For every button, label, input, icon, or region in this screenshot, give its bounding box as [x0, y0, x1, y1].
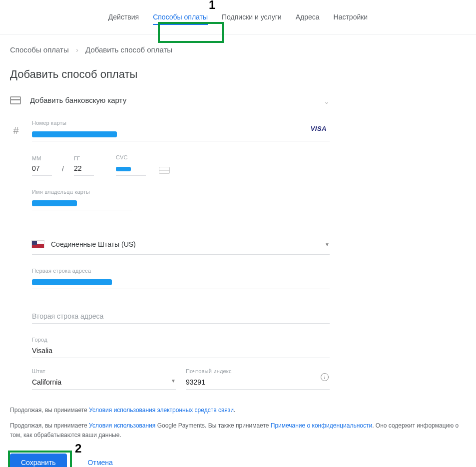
postal-label: Почтовый индекс [186, 368, 330, 374]
state-select[interactable]: California ▼ [32, 376, 176, 390]
nav-settings[interactable]: Настройки [334, 11, 368, 25]
top-nav: Действия Способы оплаты Подписки и услуг… [0, 0, 476, 34]
nav-payment-methods[interactable]: Способы оплаты [153, 11, 208, 25]
date-separator: / [62, 165, 64, 176]
card-number-label: Номер карты [32, 120, 330, 126]
cvc-label: CVC [116, 154, 146, 160]
us-flag-icon [32, 241, 44, 248]
save-button[interactable]: Сохранить [10, 454, 67, 467]
card-icon [10, 96, 21, 104]
terms-link-1[interactable]: Условия использования электронных средст… [89, 407, 234, 414]
card-number-input[interactable] [32, 128, 330, 141]
postal-input[interactable]: 93291 [186, 376, 330, 390]
cvc-help-icon [159, 167, 170, 174]
nav-actions[interactable]: Действия [108, 11, 139, 25]
chevron-down-icon: ⌄ [324, 97, 330, 103]
annotation-2: 2 [75, 442, 81, 456]
info-icon[interactable]: i [321, 373, 329, 381]
breadcrumb-separator: › [76, 45, 78, 54]
add-card-label: Добавить банковскую карту [30, 96, 324, 104]
mm-label: ММ [32, 155, 52, 161]
country-select[interactable]: Соединенные Штаты (US) ▼ [32, 234, 330, 255]
address1-label: Первая строка адреса [32, 268, 330, 274]
terms-text: Продолжая, вы принимаете Условия использ… [10, 406, 466, 441]
terms-link-2[interactable]: Условия использования [89, 422, 155, 429]
breadcrumb: Способы оплаты › Добавить способ оплаты [10, 45, 466, 54]
cardholder-name-label: Имя владельца карты [32, 189, 330, 195]
privacy-link[interactable]: Примечание о конфиденциальности [271, 422, 372, 429]
cvc-input[interactable] [116, 162, 146, 176]
state-caret-icon: ▼ [171, 378, 176, 384]
state-label: Штат [32, 368, 176, 374]
city-input[interactable]: Visalia [32, 345, 330, 358]
card-brand-badge: VISA [311, 125, 327, 132]
page-title: Добавить способ оплаты [10, 68, 466, 81]
mm-input[interactable]: 07 [32, 162, 52, 176]
yy-label: ГГ [74, 155, 94, 161]
country-value: Соединенные Штаты (US) [51, 240, 325, 248]
city-label: Город [32, 337, 330, 343]
hash-icon: # [10, 125, 22, 136]
cancel-button[interactable]: Отмена [88, 459, 113, 467]
breadcrumb-parent[interactable]: Способы оплаты [10, 45, 69, 54]
nav-subscriptions[interactable]: Подписки и услуги [222, 11, 282, 25]
address1-input[interactable] [32, 276, 330, 289]
nav-addresses[interactable]: Адреса [296, 11, 320, 25]
cardholder-name-input[interactable] [32, 197, 132, 210]
add-card-toggle[interactable]: Добавить банковскую карту ⌄ [10, 92, 330, 112]
breadcrumb-current: Добавить способ оплаты [85, 45, 172, 54]
address2-input[interactable]: Вторая строка адреса [32, 310, 330, 324]
dropdown-caret-icon: ▼ [325, 242, 330, 247]
yy-input[interactable]: 22 [74, 162, 94, 176]
